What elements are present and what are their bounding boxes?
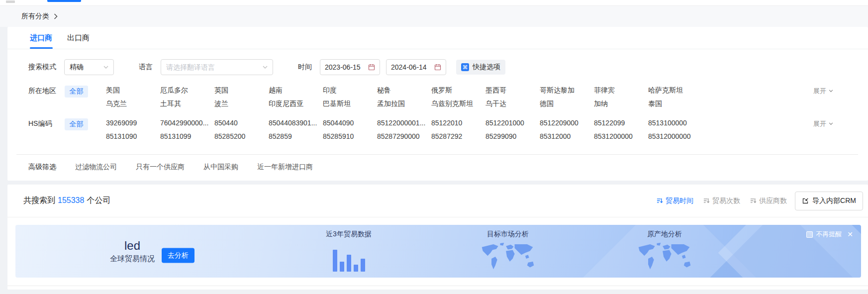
region-option[interactable]: 波兰 (214, 99, 269, 108)
region-option[interactable]: 乌克兰 (106, 99, 160, 108)
region-option[interactable]: 英国 (214, 86, 269, 95)
region-options: 美国厄瓜多尔英国越南印度秘鲁俄罗斯墨西哥哥斯达黎加菲律宾哈萨克斯坦 乌克兰土耳其… (106, 86, 702, 108)
tab-exporters[interactable]: 出口商 (67, 27, 90, 49)
banner-item-trade-data[interactable]: 近3年贸易数据 (306, 230, 391, 272)
region-option[interactable]: 印度 (323, 86, 377, 95)
advanced-option[interactable]: 只有一个供应商 (136, 163, 185, 172)
region-option[interactable]: 加纳 (594, 99, 648, 108)
count-prefix: 共搜索到 (23, 196, 55, 204)
advanced-option[interactable]: 近一年新增进口商 (257, 163, 313, 172)
hs-code-option[interactable]: 8512201000 (485, 118, 540, 127)
region-option[interactable]: 巴基斯坦 (323, 99, 377, 108)
hs-code-option[interactable]: 85122000001... (377, 118, 431, 127)
region-all-chip[interactable]: 全部 (65, 86, 88, 98)
dont-remind-checkbox[interactable] (806, 231, 813, 238)
quick-options-button[interactable]: ⌘ 快捷选项 (456, 60, 505, 75)
region-option[interactable]: 秘鲁 (377, 86, 431, 95)
region-option[interactable]: 哥斯达黎加 (540, 86, 594, 95)
language-input[interactable] (166, 63, 263, 71)
bar (347, 255, 351, 272)
hs-code-option[interactable]: 85285910 (323, 132, 377, 141)
hs-code-option[interactable]: 85287290000 (377, 132, 431, 141)
date-end-picker[interactable] (386, 59, 446, 75)
top-strip (0, 0, 868, 6)
breadcrumb[interactable]: 所有分类 (0, 6, 868, 27)
date-end-input[interactable] (391, 63, 432, 71)
region-option[interactable]: 哈萨克斯坦 (648, 86, 702, 95)
region-option[interactable]: 孟加拉国 (377, 99, 431, 108)
hs-code-option[interactable]: 852859 (269, 132, 323, 141)
hs-code-option[interactable]: 8513100000 (648, 118, 702, 127)
banner-keyword-block: led 全球贸易情况 去分析 (110, 239, 194, 264)
region-option[interactable]: 美国 (106, 86, 160, 95)
advanced-label: 高级筛选 (28, 163, 56, 172)
region-option[interactable]: 德国 (540, 99, 594, 108)
hs-code-option[interactable]: 85122099 (594, 118, 648, 127)
hs-code-label: HS编码 (28, 118, 65, 128)
sort-option-label: 贸易次数 (712, 196, 740, 205)
region-expand-link[interactable]: 展开 (813, 87, 833, 96)
dont-remind-label: 不再提醒 (816, 230, 842, 239)
close-icon[interactable]: ✕ (847, 231, 853, 238)
region-option[interactable]: 菲律宾 (594, 86, 648, 95)
sort-icon (750, 197, 757, 204)
chevron-down-icon (829, 122, 833, 125)
hs-code-option[interactable]: 85312000000 (648, 132, 702, 141)
language-select[interactable] (161, 59, 273, 75)
hs-code-option[interactable]: 85044090 (323, 118, 377, 127)
hs-code-option[interactable]: 85285200 (214, 132, 269, 141)
search-mode-select[interactable]: 精确 (64, 59, 114, 75)
search-form-row: 搜索模式 精确 语言 时间 ⌘ 快捷选项 (7, 49, 868, 75)
sort-option[interactable]: 贸易次数 (703, 196, 740, 205)
top-tab-indicator (47, 0, 81, 2)
hs-code-expand-link[interactable]: 展开 (813, 119, 833, 128)
hs-code-option[interactable]: 85299090 (485, 132, 540, 141)
region-option[interactable]: 墨西哥 (485, 86, 540, 95)
advanced-options: 过滤物流公司只有一个供应商从中国采购近一年新增进口商 (75, 163, 313, 172)
banner-item-target-market[interactable]: 目标市场分析 (466, 230, 550, 273)
banner-item-origin[interactable]: 原产地分析 (622, 230, 707, 273)
analyze-button[interactable]: 去分析 (162, 248, 194, 263)
tab-importers[interactable]: 进口商 (30, 27, 52, 49)
region-option[interactable]: 越南 (269, 86, 323, 95)
region-row-2: 乌克兰土耳其波兰印度尼西亚巴基斯坦孟加拉国乌兹别克斯坦乌干达德国加纳泰国 (106, 99, 702, 108)
region-option[interactable]: 土耳其 (160, 99, 214, 108)
banner-item-label: 近3年贸易数据 (326, 230, 372, 239)
date-start-input[interactable] (325, 63, 366, 71)
import-crm-button[interactable]: 导入内部CRM (795, 192, 863, 210)
hs-code-option[interactable]: 850440 (214, 118, 269, 127)
hs-code-option[interactable]: 39269099 (106, 118, 160, 127)
results-count[interactable]: 155338 (55, 196, 87, 204)
hs-code-option[interactable]: 8512209000 (540, 118, 594, 127)
sort-option[interactable]: 贸易时间 (657, 196, 693, 205)
advanced-option[interactable]: 过滤物流公司 (75, 163, 117, 172)
import-icon (802, 197, 809, 204)
quick-options-label: 快捷选项 (473, 63, 500, 72)
advanced-filter-row: 高级筛选 过滤物流公司只有一个供应商从中国采购近一年新增进口商 (7, 155, 868, 181)
date-start-picker[interactable] (320, 59, 380, 75)
breadcrumb-label[interactable]: 所有分类 (21, 12, 49, 21)
hs-code-option[interactable]: 85287292 (431, 132, 485, 141)
region-option[interactable]: 乌兹别克斯坦 (431, 99, 485, 108)
hs-code-all-chip[interactable]: 全部 (65, 118, 88, 130)
region-label: 所在地区 (28, 86, 65, 96)
hs-code-option[interactable]: 85312000 (540, 132, 594, 141)
hs-code-options: 3926909976042990000...85044085044083901.… (106, 118, 702, 141)
hs-code-option[interactable]: 85044083901... (269, 118, 323, 127)
region-option[interactable]: 乌干达 (485, 99, 540, 108)
hs-code-option[interactable]: 8531200000 (594, 132, 648, 141)
region-option[interactable]: 厄瓜多尔 (160, 86, 214, 95)
hs-code-option[interactable]: 76042990000... (160, 118, 214, 127)
sort-option[interactable]: 供应商数 (750, 196, 787, 205)
region-option[interactable]: 印度尼西亚 (269, 99, 323, 108)
region-option[interactable]: 泰国 (648, 99, 702, 108)
hs-code-option[interactable]: 85122010 (431, 118, 485, 127)
hs-code-row-2: 8513109085131099852852008528598528591085… (106, 132, 702, 141)
region-option[interactable]: 俄罗斯 (431, 86, 485, 95)
advanced-option[interactable]: 从中国采购 (203, 163, 238, 172)
hs-code-option[interactable]: 85131099 (160, 132, 214, 141)
promo-banner: led 全球贸易情况 去分析 近3年贸易数据 目标市场分析 (15, 225, 861, 278)
hs-code-option[interactable]: 85131090 (106, 132, 160, 141)
results-card: 共搜索到155338个公司 贸易时间 贸易次数 供应商数 导入内部CRM led (7, 185, 868, 290)
banner-keyword: led (110, 239, 155, 252)
